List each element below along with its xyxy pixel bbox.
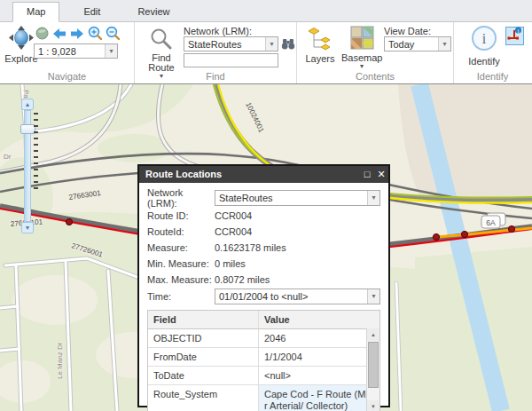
- dialog-titlebar[interactable]: Route Locations □ ✕: [139, 166, 388, 183]
- scroll-down-icon[interactable]: ▼: [367, 400, 379, 411]
- max-measure-value: 0.8072 miles: [215, 274, 380, 285]
- column-header-value[interactable]: Value: [259, 311, 379, 328]
- group-label-navigate: Navigate: [0, 71, 134, 82]
- fixed-zoom-in-icon[interactable]: [87, 26, 103, 41]
- fixed-zoom-out-icon[interactable]: [105, 26, 121, 41]
- dialog-title: Route Locations: [145, 166, 360, 183]
- dialog-body: Network (LRM): StateRoutes ▾ Route ID: C…: [139, 183, 388, 411]
- measure-value: 0.1623178 miles: [215, 242, 380, 253]
- map-zoom-slider[interactable]: ▲ ▼: [20, 99, 35, 233]
- time-combobox[interactable]: 01/01/2004 to <null> ▾: [215, 288, 380, 304]
- chevron-down-icon[interactable]: ▾: [105, 44, 117, 58]
- network-lrm-value: StateRoutes: [184, 39, 265, 50]
- tab-edit[interactable]: Edit: [70, 3, 113, 21]
- identify-label: Identify: [466, 57, 502, 67]
- view-date-combobox[interactable]: Today ▾: [384, 36, 451, 51]
- next-extent-icon[interactable]: [69, 26, 85, 41]
- ribbon-group-contents: Layers Basemap ▾ View Date: [297, 22, 454, 83]
- min-measure-label: Min. Measure:: [147, 258, 215, 269]
- app-window: Map Edit Review Explore: [0, 0, 532, 411]
- dialog-field-row: RouteId: CCR004: [147, 224, 380, 239]
- group-label-find: Find: [135, 71, 296, 82]
- layers-button[interactable]: Layers: [304, 26, 336, 64]
- table-row[interactable]: Route_System Cape Cod - F Route (Minor A…: [148, 385, 379, 411]
- route-shield: 6A: [481, 213, 505, 228]
- street-label-pa: Pa: [22, 90, 30, 99]
- binoculars-icon[interactable]: [281, 37, 295, 54]
- measure-label: Measure:: [147, 242, 215, 253]
- dialog-field-row: Measure: 0.1623178 miles: [147, 240, 380, 255]
- column-header-field[interactable]: Field: [148, 311, 259, 328]
- route-shield-number: 6A: [486, 218, 496, 227]
- street-label-le-manz-dr: Le Manz Dr: [56, 342, 64, 379]
- time-value: 01/01/2004 to <null>: [215, 291, 367, 302]
- network-lrm-combobox[interactable]: StateRoutes ▾: [184, 36, 278, 51]
- dialog-network-combobox[interactable]: StateRoutes ▾: [215, 190, 380, 206]
- time-label: Time:: [147, 291, 215, 302]
- dialog-field-row: Max. Measure: 0.8072 miles: [147, 272, 380, 287]
- explore-icon: [7, 38, 35, 53]
- close-icon[interactable]: ✕: [374, 166, 388, 183]
- group-label-identify: Identify: [454, 71, 531, 82]
- cell-field: Route_System: [148, 385, 259, 411]
- previous-extent-icon[interactable]: [51, 26, 67, 41]
- routeid-value: CCR004: [215, 226, 380, 237]
- zoom-slider-up-button[interactable]: ▲: [21, 99, 34, 110]
- identify-info-icon: i: [470, 41, 498, 56]
- chevron-down-icon[interactable]: ▾: [265, 37, 278, 51]
- layers-label: Layers: [304, 54, 336, 64]
- svg-text:i: i: [482, 31, 487, 46]
- magnifier-icon: [150, 37, 173, 52]
- ribbon-group-navigate: Explore 1 : 9,028: [0, 22, 135, 83]
- table-header-row: Field Value: [148, 311, 379, 329]
- basemap-icon: [350, 37, 374, 52]
- view-date-label: View Date:: [384, 26, 431, 36]
- cell-value: Cape Cod - F Route (Minor Arterial/ Coll…: [259, 385, 379, 411]
- ribbon: Explore 1 : 9,028: [0, 22, 532, 84]
- map-scale-value: 1 : 9,028: [35, 46, 105, 57]
- cell-field: FromDate: [148, 348, 259, 366]
- routeid-label: RouteId:: [147, 226, 215, 237]
- zoom-slider-track[interactable]: [24, 110, 31, 222]
- navigate-icon-row: [34, 26, 121, 41]
- view-date-value: Today: [385, 39, 438, 50]
- table-row[interactable]: OBJECTID 2046: [148, 329, 379, 348]
- street-label-dr: Dr: [4, 153, 12, 161]
- group-label-contents: Contents: [297, 71, 453, 82]
- dialog-time-row: Time: 01/01/2004 to <null> ▾: [147, 288, 380, 304]
- dialog-network-value: StateRoutes: [215, 193, 367, 203]
- layers-icon: [307, 38, 333, 53]
- min-measure-value: 0 miles: [215, 258, 380, 269]
- table-row[interactable]: FromDate 1/1/2004: [148, 348, 379, 367]
- zoom-slider-ticks: [34, 113, 38, 191]
- identify-button[interactable]: i Identify: [466, 25, 502, 67]
- map-view[interactable]: 6A 27663001 27663101 27726001 10024001 L…: [0, 84, 532, 411]
- table-row[interactable]: ToDate <null>: [148, 367, 379, 385]
- basemap-button[interactable]: Basemap ▾: [341, 26, 382, 69]
- table-scrollbar[interactable]: ▲ ▼: [366, 328, 379, 411]
- ribbon-tab-bar: Map Edit Review: [0, 0, 532, 22]
- maximize-icon[interactable]: □: [360, 166, 374, 183]
- scrollbar-thumb[interactable]: [368, 342, 379, 388]
- chevron-down-icon[interactable]: ▾: [438, 37, 450, 51]
- scroll-up-icon[interactable]: ▲: [367, 328, 379, 341]
- route-id-label: Route ID:: [147, 210, 215, 221]
- map-scale-combobox[interactable]: 1 : 9,028 ▾: [34, 43, 118, 59]
- dialog-network-label: Network (LRM):: [147, 187, 215, 209]
- cell-value: 2046: [259, 329, 379, 347]
- cell-field: OBJECTID: [148, 329, 259, 347]
- tab-map[interactable]: Map: [12, 2, 59, 22]
- chevron-down-icon[interactable]: ▾: [367, 289, 379, 304]
- tab-review[interactable]: Review: [124, 3, 183, 21]
- route-locations-dialog: Route Locations □ ✕ Network (LRM): State…: [137, 164, 390, 407]
- zoom-slider-down-button[interactable]: ▼: [21, 222, 34, 233]
- basemap-dropdown-caret-icon[interactable]: ▾: [341, 63, 382, 69]
- max-measure-label: Max. Measure:: [147, 274, 215, 285]
- chevron-down-icon[interactable]: ▾: [367, 191, 379, 205]
- ribbon-group-find: Find Route ▾ Network (LRM): StateRoutes …: [135, 22, 297, 83]
- route-search-input[interactable]: [184, 53, 278, 67]
- dialog-field-row: Route ID: CCR004: [147, 208, 380, 223]
- identify-route-locations-tool-button[interactable]: i: [505, 27, 524, 45]
- globe-icon[interactable]: [34, 26, 50, 41]
- dialog-network-row: Network (LRM): StateRoutes ▾: [147, 189, 380, 206]
